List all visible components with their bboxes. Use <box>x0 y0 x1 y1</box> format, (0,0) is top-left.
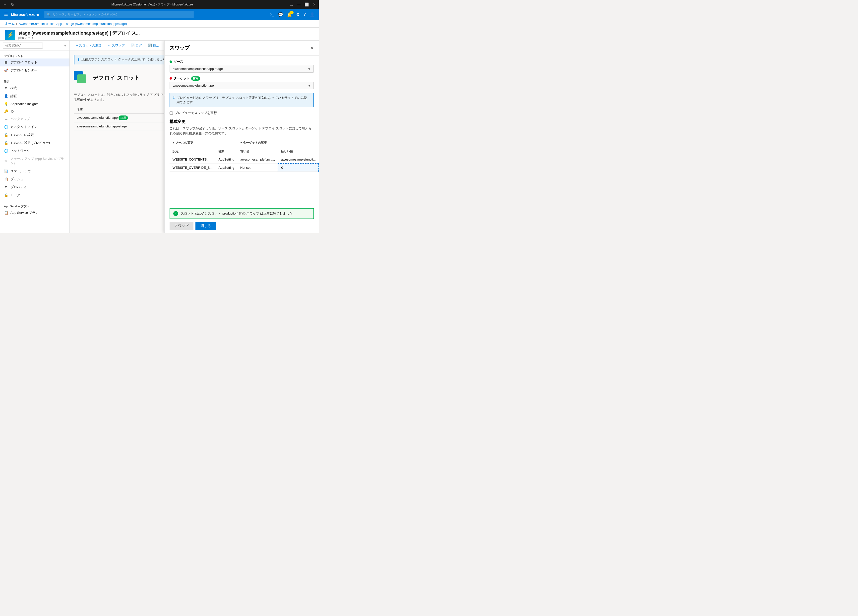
target-label: ターゲット <box>174 76 190 81</box>
swap-footer: ✓ スロット 'stage' とスロット 'production' 間の スワッ… <box>165 205 319 233</box>
type-2: AppSetting <box>215 163 237 172</box>
target-indicator <box>169 77 172 80</box>
search-input[interactable] <box>3 43 43 48</box>
sidebar-item-push[interactable]: 📋 プッシュ <box>0 175 70 183</box>
target-label-row: ターゲット 稼用 <box>169 76 314 81</box>
swap-panel-title: スワップ <box>169 45 190 51</box>
maximize-btn[interactable]: ⬜ <box>305 3 309 6</box>
menu-btn[interactable]: ... <box>290 3 293 6</box>
new-val-2-highlight: 0 <box>278 163 319 172</box>
asp-icon: 📋 <box>4 211 8 215</box>
window-controls[interactable]: ... — ⬜ ✕ <box>290 3 316 6</box>
sidebar-item-deploy-slots[interactable]: ⊞ デプロイ スロット <box>0 59 70 67</box>
breadcrumb-app[interactable]: AwesomeSampleFunctionApp <box>19 22 62 26</box>
sidebar-item-scale-out[interactable]: 📊 スケール アウト <box>0 167 70 175</box>
tls-icon: 🔒 <box>4 133 8 137</box>
sidebar-item-deploy-center[interactable]: 🚀 デプロイ センター <box>0 67 70 74</box>
minimize-btn[interactable]: — <box>297 3 300 6</box>
config-row-2: WEBSITE_OVERRIDE_S... AppSetting Not set… <box>169 163 319 172</box>
swap-button[interactable]: ↔ スワップ <box>105 42 127 49</box>
help-icon[interactable]: ? <box>303 12 306 17</box>
sidebar-section-title-asp: App Service プラン <box>0 203 70 209</box>
top-nav: ☰ Microsoft Azure 🔍 リソース、サービス、ドキュメントの検索 … <box>0 9 319 20</box>
deploy-center-icon: 🚀 <box>4 68 8 73</box>
sidebar-item-label-deploy-slots: デプロイ スロット <box>11 60 37 65</box>
swap-body: ソース awesomesamplefunctionapp-stage ∨ ターゲ… <box>165 56 319 205</box>
deploy-slots-icon: ⊞ <box>4 61 8 64</box>
hamburger-icon[interactable]: ☰ <box>4 12 8 17</box>
sidebar-item-network[interactable]: 🌐 ネットワーク <box>0 147 70 155</box>
sidebar-item-label-asp: App Service プラン <box>11 211 39 215</box>
backup-icon: ☁ <box>4 117 8 121</box>
col-source-header: ● ソースの変更 <box>169 139 237 147</box>
sidebar-item-id[interactable]: 🔑 ID <box>0 107 70 115</box>
refresh-button[interactable]: 🔄 最... <box>145 42 161 49</box>
id-icon: 🔑 <box>4 109 8 113</box>
window-title: Microsoft Azure (Customer View) - スワップ -… <box>16 3 288 7</box>
settings-icon[interactable]: ⚙ <box>296 12 300 17</box>
col-type: 種類 <box>215 147 237 155</box>
target-badge: 稼用 <box>191 76 200 81</box>
push-icon: 📋 <box>4 177 8 181</box>
sidebar-item-auth[interactable]: 👤 認証 <box>0 92 70 100</box>
search-bar[interactable]: 🔍 リソース、サービス、ドキュメントの検索 (G+/) <box>44 11 193 18</box>
sidebar-item-label-app-insights: Application Insights <box>11 102 38 106</box>
sidebar-search-area: « <box>0 40 70 51</box>
info-icon: ℹ <box>78 57 79 62</box>
sidebar-section-title-settings: 設定 <box>0 78 70 84</box>
config-row-1: WEBSITE_CONTENTS... AppSetting awesomesa… <box>169 155 319 163</box>
new-val-1: awesomesamplefuncti... <box>278 155 319 163</box>
swap-panel: スワップ ✕ ソース awesomesamplefunctionapp-stag… <box>164 40 319 233</box>
col-setting: 設定 <box>169 147 215 155</box>
swap-action-button[interactable]: スワップ <box>169 222 193 230</box>
close-panel-button[interactable]: 閉じる <box>196 222 216 230</box>
sidebar-item-asp[interactable]: 📋 App Service プラン <box>0 209 70 217</box>
col-target-header: ● ターゲットの変更 <box>237 139 319 147</box>
sidebar-section-title-deployment: デプロイメント <box>0 53 70 59</box>
add-slot-button[interactable]: + スロットの追加 <box>74 42 104 49</box>
close-btn[interactable]: ✕ <box>313 3 316 6</box>
breadcrumb-home[interactable]: ホーム <box>5 22 15 26</box>
reload-btn[interactable]: ↻ <box>11 2 14 7</box>
sidebar-item-app-insights[interactable]: 💡 Application Insights <box>0 100 70 107</box>
account-icon[interactable]: 👤 <box>310 12 315 17</box>
breadcrumb-current[interactable]: stage (awesomesamplefunctionapp/stage) <box>66 22 127 26</box>
footer-buttons: スワップ 閉じる <box>169 222 314 230</box>
notification-badge: 1 <box>290 11 294 14</box>
tls-preview-icon: 🔒 <box>4 141 8 145</box>
sidebar-item-label-tls-preview: TLS/SSL 設定 (プレビュー) <box>11 141 50 145</box>
log-button[interactable]: 📄 ログ <box>128 42 145 49</box>
custom-domain-icon: 🌐 <box>4 125 8 129</box>
info-icon-2: ℹ <box>173 96 174 99</box>
terminal-icon[interactable]: >_ <box>270 12 274 16</box>
scale-out-icon: 📊 <box>4 169 8 173</box>
sidebar-item-custom-domain[interactable]: 🌐 カスタム ドメイン <box>0 123 70 131</box>
active-badge-1: 稼用 <box>118 115 128 120</box>
sidebar-item-lock[interactable]: 🔒 ロック <box>0 191 70 199</box>
app-insights-icon: 💡 <box>4 102 8 106</box>
col-old-val: 古い値 <box>237 147 278 155</box>
preview-checkbox[interactable] <box>169 112 173 115</box>
sidebar-item-tls-preview[interactable]: 🔒 TLS/SSL 設定 (プレビュー) <box>0 139 70 147</box>
sidebar-section-settings: 設定 ⚙ 構成 👤 認証 💡 Application Insights 🔑 ID… <box>0 76 70 201</box>
azure-logo: Microsoft Azure <box>11 12 39 17</box>
sidebar-item-label-properties: プロパティ <box>11 185 26 189</box>
type-1: AppSetting <box>215 155 237 163</box>
notifications-wrap[interactable]: 🔔 1 <box>287 12 292 17</box>
feedback-icon[interactable]: 💬 <box>278 12 283 17</box>
sidebar-collapse-btn[interactable]: « <box>64 43 67 48</box>
sidebar-item-properties[interactable]: ⚙ プロパティ <box>0 183 70 191</box>
source-indicator <box>169 61 172 63</box>
auth-icon: 👤 <box>4 94 8 98</box>
config-section-title: 構成変更 <box>169 119 314 124</box>
source-select[interactable]: awesomesamplefunctionapp-stage ∨ <box>169 65 314 73</box>
back-btn[interactable]: ← <box>3 2 7 7</box>
sidebar-item-tls-ssl[interactable]: 🔒 TLS/SSL の設定 <box>0 131 70 139</box>
setting-1: WEBSITE_CONTENTS... <box>169 155 215 163</box>
target-select[interactable]: awesomesamplefunctionapp ∨ <box>169 82 314 89</box>
swap-close-button[interactable]: ✕ <box>310 45 314 51</box>
success-banner: ✓ スロット 'stage' とスロット 'production' 間の スワッ… <box>169 208 314 219</box>
col-new-val: 新しい値 <box>278 147 319 155</box>
sidebar-item-backup: ☁ バックアップ <box>0 115 70 123</box>
sidebar-item-configuration[interactable]: ⚙ 構成 <box>0 84 70 92</box>
